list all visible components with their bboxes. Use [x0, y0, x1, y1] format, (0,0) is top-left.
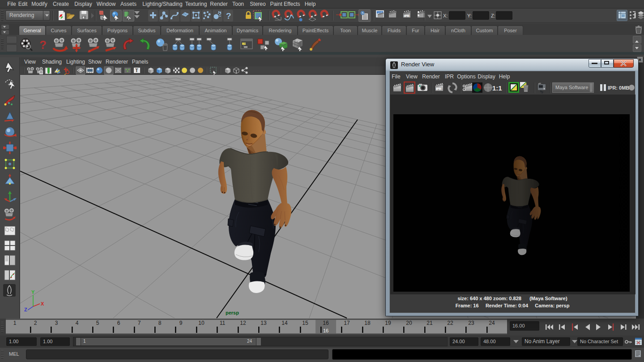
svg-text:11: 11	[220, 320, 226, 326]
svg-text:Z: Z	[24, 307, 27, 312]
svg-text:Y: Y	[31, 289, 35, 295]
svg-text:19: 19	[385, 320, 391, 326]
svg-text:persp: persp	[226, 310, 239, 315]
svg-text:15: 15	[302, 320, 308, 326]
svg-text:IPR: IPR	[404, 14, 409, 17]
svg-text:9: 9	[179, 320, 183, 326]
svg-text:T: T	[135, 68, 138, 73]
svg-text:23: 23	[468, 320, 474, 326]
svg-text:4: 4	[76, 320, 79, 326]
svg-text:8: 8	[158, 320, 162, 326]
svg-text:12: 12	[240, 320, 246, 326]
svg-text:21: 21	[426, 320, 433, 326]
svg-text:IPR: IPR	[436, 87, 442, 91]
svg-text:3: 3	[55, 320, 58, 326]
svg-text:1: 1	[13, 320, 17, 326]
svg-text:13: 13	[260, 320, 267, 326]
svg-text:X: X	[41, 301, 44, 306]
svg-text:17: 17	[344, 320, 350, 326]
svg-text:10: 10	[198, 320, 205, 326]
svg-text:7: 7	[138, 320, 141, 326]
svg-text:16: 16	[323, 328, 328, 333]
svg-text:20: 20	[406, 320, 412, 326]
svg-text:5: 5	[96, 320, 99, 326]
svg-text:?: ?	[39, 38, 47, 52]
svg-text:2: 2	[34, 320, 37, 326]
svg-text:22: 22	[447, 320, 453, 326]
svg-text:1:1: 1:1	[492, 84, 502, 92]
svg-text:6: 6	[117, 320, 120, 326]
svg-text:24: 24	[489, 320, 495, 326]
svg-text:18: 18	[364, 320, 371, 326]
svg-text:?: ?	[226, 11, 231, 21]
svg-text:16: 16	[323, 320, 329, 326]
svg-text:14: 14	[281, 320, 288, 326]
